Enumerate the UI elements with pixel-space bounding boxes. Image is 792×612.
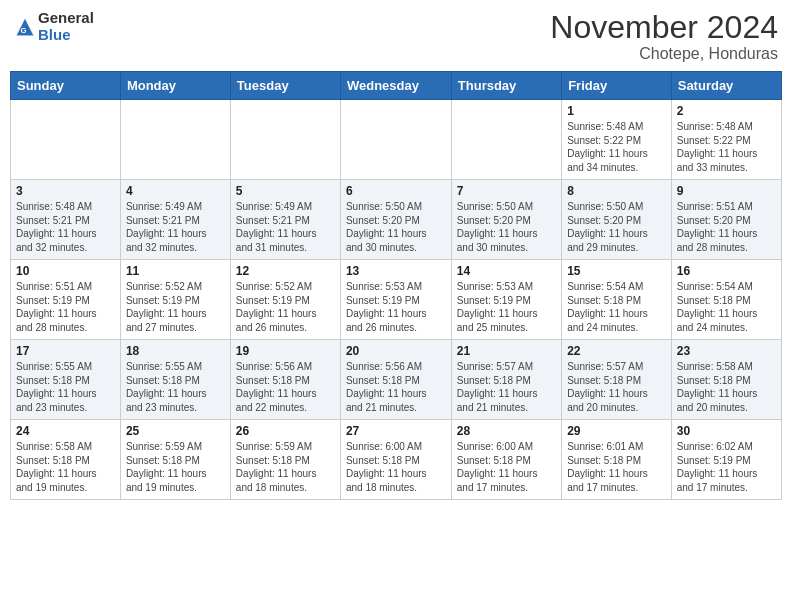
day-info: Sunrise: 5:51 AM Sunset: 5:20 PM Dayligh… xyxy=(677,200,776,254)
day-info: Sunrise: 5:49 AM Sunset: 5:21 PM Dayligh… xyxy=(236,200,335,254)
calendar-cell: 6Sunrise: 5:50 AM Sunset: 5:20 PM Daylig… xyxy=(340,180,451,260)
day-info: Sunrise: 6:01 AM Sunset: 5:18 PM Dayligh… xyxy=(567,440,666,494)
calendar-cell: 15Sunrise: 5:54 AM Sunset: 5:18 PM Dayli… xyxy=(562,260,672,340)
calendar-table: SundayMondayTuesdayWednesdayThursdayFrid… xyxy=(10,71,782,500)
calendar-cell: 25Sunrise: 5:59 AM Sunset: 5:18 PM Dayli… xyxy=(120,420,230,500)
day-number: 18 xyxy=(126,344,225,358)
day-info: Sunrise: 5:48 AM Sunset: 5:22 PM Dayligh… xyxy=(567,120,666,174)
day-number: 14 xyxy=(457,264,556,278)
calendar-cell xyxy=(451,100,561,180)
day-info: Sunrise: 5:56 AM Sunset: 5:18 PM Dayligh… xyxy=(236,360,335,414)
day-number: 5 xyxy=(236,184,335,198)
day-info: Sunrise: 5:52 AM Sunset: 5:19 PM Dayligh… xyxy=(126,280,225,334)
week-row-2: 3Sunrise: 5:48 AM Sunset: 5:21 PM Daylig… xyxy=(11,180,782,260)
day-info: Sunrise: 5:53 AM Sunset: 5:19 PM Dayligh… xyxy=(457,280,556,334)
day-info: Sunrise: 5:50 AM Sunset: 5:20 PM Dayligh… xyxy=(567,200,666,254)
day-number: 15 xyxy=(567,264,666,278)
calendar-cell: 1Sunrise: 5:48 AM Sunset: 5:22 PM Daylig… xyxy=(562,100,672,180)
day-number: 7 xyxy=(457,184,556,198)
day-info: Sunrise: 6:00 AM Sunset: 5:18 PM Dayligh… xyxy=(457,440,556,494)
calendar-cell: 24Sunrise: 5:58 AM Sunset: 5:18 PM Dayli… xyxy=(11,420,121,500)
calendar-cell: 17Sunrise: 5:55 AM Sunset: 5:18 PM Dayli… xyxy=(11,340,121,420)
day-number: 25 xyxy=(126,424,225,438)
day-number: 6 xyxy=(346,184,446,198)
calendar-cell: 9Sunrise: 5:51 AM Sunset: 5:20 PM Daylig… xyxy=(671,180,781,260)
day-number: 27 xyxy=(346,424,446,438)
day-info: Sunrise: 5:59 AM Sunset: 5:18 PM Dayligh… xyxy=(126,440,225,494)
calendar-cell: 10Sunrise: 5:51 AM Sunset: 5:19 PM Dayli… xyxy=(11,260,121,340)
svg-text:G: G xyxy=(21,25,27,34)
day-info: Sunrise: 5:58 AM Sunset: 5:18 PM Dayligh… xyxy=(16,440,115,494)
calendar-cell: 11Sunrise: 5:52 AM Sunset: 5:19 PM Dayli… xyxy=(120,260,230,340)
day-info: Sunrise: 5:55 AM Sunset: 5:18 PM Dayligh… xyxy=(16,360,115,414)
day-number: 3 xyxy=(16,184,115,198)
calendar-cell: 2Sunrise: 5:48 AM Sunset: 5:22 PM Daylig… xyxy=(671,100,781,180)
calendar-cell: 19Sunrise: 5:56 AM Sunset: 5:18 PM Dayli… xyxy=(230,340,340,420)
location-title: Chotepe, Honduras xyxy=(550,45,778,63)
day-number: 19 xyxy=(236,344,335,358)
day-number: 8 xyxy=(567,184,666,198)
day-number: 2 xyxy=(677,104,776,118)
day-number: 13 xyxy=(346,264,446,278)
calendar-cell: 21Sunrise: 5:57 AM Sunset: 5:18 PM Dayli… xyxy=(451,340,561,420)
calendar-cell: 23Sunrise: 5:58 AM Sunset: 5:18 PM Dayli… xyxy=(671,340,781,420)
weekday-header-tuesday: Tuesday xyxy=(230,72,340,100)
calendar-cell: 30Sunrise: 6:02 AM Sunset: 5:19 PM Dayli… xyxy=(671,420,781,500)
week-row-4: 17Sunrise: 5:55 AM Sunset: 5:18 PM Dayli… xyxy=(11,340,782,420)
week-row-1: 1Sunrise: 5:48 AM Sunset: 5:22 PM Daylig… xyxy=(11,100,782,180)
day-info: Sunrise: 5:54 AM Sunset: 5:18 PM Dayligh… xyxy=(677,280,776,334)
calendar-cell xyxy=(340,100,451,180)
week-row-3: 10Sunrise: 5:51 AM Sunset: 5:19 PM Dayli… xyxy=(11,260,782,340)
calendar-cell: 3Sunrise: 5:48 AM Sunset: 5:21 PM Daylig… xyxy=(11,180,121,260)
day-number: 17 xyxy=(16,344,115,358)
day-number: 24 xyxy=(16,424,115,438)
calendar-cell: 26Sunrise: 5:59 AM Sunset: 5:18 PM Dayli… xyxy=(230,420,340,500)
day-number: 12 xyxy=(236,264,335,278)
day-info: Sunrise: 5:58 AM Sunset: 5:18 PM Dayligh… xyxy=(677,360,776,414)
day-number: 29 xyxy=(567,424,666,438)
day-number: 10 xyxy=(16,264,115,278)
day-info: Sunrise: 6:02 AM Sunset: 5:19 PM Dayligh… xyxy=(677,440,776,494)
logo-icon: G xyxy=(14,16,36,38)
page-header: G General Blue November 2024 Chotepe, Ho… xyxy=(10,10,782,63)
calendar-cell: 20Sunrise: 5:56 AM Sunset: 5:18 PM Dayli… xyxy=(340,340,451,420)
logo: G General Blue xyxy=(14,10,94,43)
week-row-5: 24Sunrise: 5:58 AM Sunset: 5:18 PM Dayli… xyxy=(11,420,782,500)
day-info: Sunrise: 5:48 AM Sunset: 5:22 PM Dayligh… xyxy=(677,120,776,174)
day-info: Sunrise: 5:55 AM Sunset: 5:18 PM Dayligh… xyxy=(126,360,225,414)
calendar-cell: 13Sunrise: 5:53 AM Sunset: 5:19 PM Dayli… xyxy=(340,260,451,340)
day-number: 11 xyxy=(126,264,225,278)
weekday-header-sunday: Sunday xyxy=(11,72,121,100)
calendar-cell: 5Sunrise: 5:49 AM Sunset: 5:21 PM Daylig… xyxy=(230,180,340,260)
day-number: 26 xyxy=(236,424,335,438)
day-info: Sunrise: 5:48 AM Sunset: 5:21 PM Dayligh… xyxy=(16,200,115,254)
weekday-header-monday: Monday xyxy=(120,72,230,100)
day-number: 30 xyxy=(677,424,776,438)
day-number: 21 xyxy=(457,344,556,358)
calendar-cell: 18Sunrise: 5:55 AM Sunset: 5:18 PM Dayli… xyxy=(120,340,230,420)
day-number: 4 xyxy=(126,184,225,198)
day-number: 20 xyxy=(346,344,446,358)
weekday-header-wednesday: Wednesday xyxy=(340,72,451,100)
logo-text: General Blue xyxy=(38,10,94,43)
weekday-header-saturday: Saturday xyxy=(671,72,781,100)
calendar-cell: 7Sunrise: 5:50 AM Sunset: 5:20 PM Daylig… xyxy=(451,180,561,260)
day-info: Sunrise: 5:57 AM Sunset: 5:18 PM Dayligh… xyxy=(567,360,666,414)
day-info: Sunrise: 5:51 AM Sunset: 5:19 PM Dayligh… xyxy=(16,280,115,334)
calendar-cell xyxy=(11,100,121,180)
day-info: Sunrise: 5:52 AM Sunset: 5:19 PM Dayligh… xyxy=(236,280,335,334)
day-number: 9 xyxy=(677,184,776,198)
calendar-cell: 22Sunrise: 5:57 AM Sunset: 5:18 PM Dayli… xyxy=(562,340,672,420)
day-number: 23 xyxy=(677,344,776,358)
day-info: Sunrise: 5:57 AM Sunset: 5:18 PM Dayligh… xyxy=(457,360,556,414)
title-block: November 2024 Chotepe, Honduras xyxy=(550,10,778,63)
day-number: 28 xyxy=(457,424,556,438)
day-info: Sunrise: 5:49 AM Sunset: 5:21 PM Dayligh… xyxy=(126,200,225,254)
day-number: 1 xyxy=(567,104,666,118)
calendar-cell: 4Sunrise: 5:49 AM Sunset: 5:21 PM Daylig… xyxy=(120,180,230,260)
calendar-cell: 12Sunrise: 5:52 AM Sunset: 5:19 PM Dayli… xyxy=(230,260,340,340)
weekday-header-thursday: Thursday xyxy=(451,72,561,100)
calendar-cell: 8Sunrise: 5:50 AM Sunset: 5:20 PM Daylig… xyxy=(562,180,672,260)
day-info: Sunrise: 5:59 AM Sunset: 5:18 PM Dayligh… xyxy=(236,440,335,494)
calendar-cell xyxy=(120,100,230,180)
